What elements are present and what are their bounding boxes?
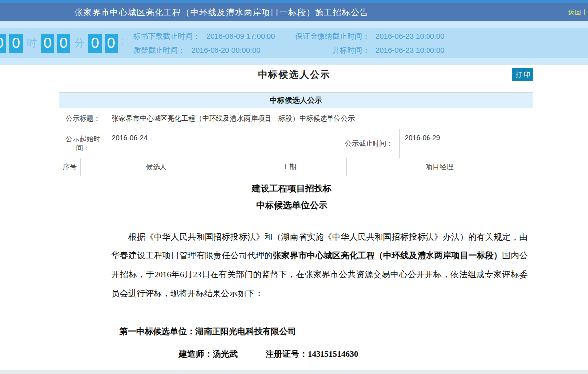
table-caption: 中标候选人公示 bbox=[59, 93, 533, 108]
countdown-unit-hours: 时 bbox=[27, 36, 37, 50]
deadline-label: 标书下载截止时间： bbox=[133, 32, 200, 41]
countdown-digit: 0 bbox=[9, 34, 23, 53]
paragraph-emphasis: 张家界市中心城区亮化工程（中环线及澧水两岸项目一标段） bbox=[273, 251, 502, 260]
table-body-row: 建设工程项目招投标 中标候选单位公示 根据《中华人民共和国招标投标法》和（湖南省… bbox=[59, 176, 533, 374]
countdown-digit: 0 bbox=[0, 34, 6, 53]
countdown-unit-minutes: 分 bbox=[74, 36, 84, 50]
header-bar: 张家界市中心城区亮化工程（中环线及澧水两岸项目一标段）施工招标公告 返回上页 bbox=[0, 3, 588, 21]
publicity-title-label: 公示标题： bbox=[59, 108, 107, 129]
document-body: 建设工程项目招投标 中标候选单位公示 根据《中华人民共和国招标投标法》和（湖南省… bbox=[107, 176, 533, 374]
end-date-value: 2016-06-29 bbox=[399, 129, 533, 158]
deadline-item: 质疑截止时间： 2016-06-20 00:00:00 bbox=[133, 46, 287, 55]
document-paragraph: 根据《中华人民共和国招标投标法》和（湖南省实施《中华人民共和国招标投标法》办法）… bbox=[111, 228, 528, 303]
publicity-title-value: 张家界市中心城区亮化工程（中环线及澧水两岸项目一标段）中标候选单位公示 bbox=[107, 108, 533, 129]
bottom-edge-strip bbox=[0, 370, 588, 374]
table-row-title: 公示标题： 张家界市中心城区亮化工程（中环线及澧水两岸项目一标段）中标候选单位公… bbox=[59, 108, 533, 129]
column-header-candidate: 候选人 bbox=[80, 158, 232, 176]
page-title: 中标候选人公示 bbox=[0, 65, 588, 84]
start-date-value: 2016-06-24 bbox=[107, 129, 241, 158]
builder-line: 建造师：汤光武注册证号：143151514630 bbox=[179, 348, 528, 360]
end-date-label: 公示截止时间： bbox=[241, 129, 399, 158]
top-accent-strip bbox=[0, 0, 588, 3]
countdown-digit: 0 bbox=[105, 34, 118, 53]
main-content: 中标候选人公示 打 印 中标候选人公示 公示标题： 张家界市中心城区亮化工程（中… bbox=[0, 65, 588, 374]
deadline-item: 标书下载截止时间： 2016-06-09 17:00:00 bbox=[133, 32, 287, 41]
winner-line: 第一中标候选单位：湖南正阳光电科技有限公司 bbox=[119, 326, 528, 337]
deadline-column-right: 保证金缴纳截止时间： 2016-06-23 10:00:00 开标时间： 201… bbox=[287, 31, 444, 55]
back-link[interactable]: 返回上页 bbox=[568, 8, 588, 17]
table-column-header-row: 序号 候选人 工期 项目经理 bbox=[59, 158, 533, 176]
announcement-title: 张家界市中心城区亮化工程（中环线及澧水两岸项目一标段）施工招标公告 bbox=[74, 7, 369, 18]
countdown-timer: 0 0 时 0 0 分 0 0 秒 bbox=[0, 34, 123, 53]
builder-cert-number: 注册证号：143151514630 bbox=[266, 349, 358, 359]
deadline-item: 保证金缴纳截止时间： 2016-06-23 10:00:00 bbox=[287, 32, 444, 41]
page-title-row: 中标候选人公示 打 印 bbox=[0, 65, 588, 84]
deadline-label: 保证金缴纳截止时间： bbox=[287, 32, 370, 41]
deadline-value: 2016-06-23 10:00:00 bbox=[375, 46, 444, 54]
column-header-seq: 序号 bbox=[59, 158, 80, 176]
start-date-label: 公示起始时间： bbox=[59, 129, 107, 158]
print-button[interactable]: 打 印 bbox=[512, 68, 533, 81]
deadline-value: 2016-06-09 17:00:00 bbox=[206, 32, 275, 40]
document-subheading: 中标候选单位公示 bbox=[111, 197, 472, 214]
deadline-value: 2016-06-20 00:00:00 bbox=[191, 46, 260, 54]
countdown-band: 0 0 时 0 0 分 0 0 秒 标书下载截止时间： 2016-06-09 1… bbox=[0, 28, 588, 58]
column-header-duration: 工期 bbox=[232, 158, 346, 176]
publicity-table: 中标候选人公示 公示标题： 张家界市中心城区亮化工程（中环线及澧水两岸项目一标段… bbox=[59, 92, 533, 374]
deadline-item: 开标时间： 2016-06-23 10:00:00 bbox=[287, 46, 444, 55]
deadline-value: 2016-06-23 10:00:00 bbox=[375, 32, 444, 40]
table-row-dates: 公示起始时间： 2016-06-24 公示截止时间： 2016-06-29 bbox=[59, 129, 533, 158]
column-header-manager: 项目经理 bbox=[346, 158, 533, 176]
deadline-label: 开标时间： bbox=[287, 46, 370, 55]
document-heading: 建设工程项目招投标 bbox=[111, 180, 472, 197]
table-caption-row: 中标候选人公示 bbox=[59, 93, 533, 108]
builder-name: 建造师：汤光武 bbox=[179, 349, 238, 359]
countdown-digit: 0 bbox=[41, 34, 54, 53]
deadline-column-left: 标书下载截止时间： 2016-06-09 17:00:00 质疑截止时间： 20… bbox=[123, 31, 287, 55]
deadline-band: 0 0 时 0 0 分 0 0 秒 标书下载截止时间： 2016-06-09 1… bbox=[0, 21, 588, 65]
seq-empty-cell bbox=[59, 176, 107, 374]
countdown-digit: 0 bbox=[88, 34, 102, 53]
countdown-digit: 0 bbox=[57, 34, 70, 53]
deadline-label: 质疑截止时间： bbox=[133, 46, 185, 55]
